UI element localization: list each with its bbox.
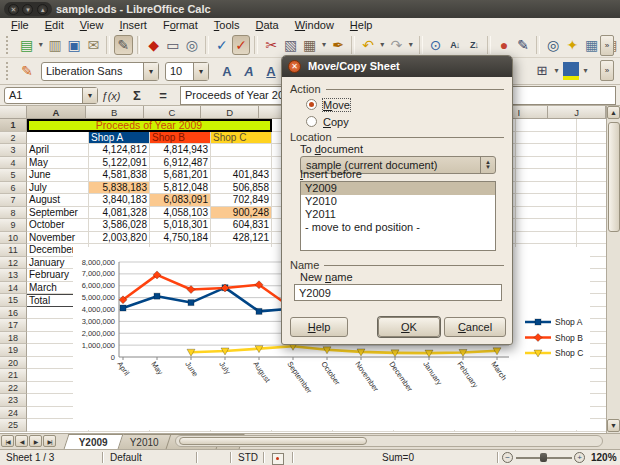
cell[interactable]: 3,586,028	[89, 219, 150, 232]
cell[interactable]: 5,018,301	[150, 219, 211, 232]
row-header-23[interactable]: 23	[0, 394, 27, 407]
edit-file-icon[interactable]: ✎	[114, 35, 132, 55]
font-size-combobox[interactable]: 10 ▾	[165, 62, 209, 81]
gallery-icon[interactable]: ▦	[582, 35, 600, 55]
row-header-18[interactable]: 18	[0, 332, 27, 345]
cell[interactable]	[516, 194, 577, 207]
cell[interactable]	[516, 232, 577, 245]
save-icon[interactable]: ▣	[65, 35, 83, 55]
menu-tools[interactable]: Tools	[207, 18, 247, 33]
page-preview-icon[interactable]: ◎	[183, 35, 201, 55]
cell[interactable]: 900,248	[211, 207, 272, 220]
cut-icon[interactable]: ✂	[262, 35, 280, 55]
horizontal-scroll-thumb[interactable]	[179, 437, 367, 445]
listbox-item[interactable]: - move to end position -	[301, 221, 495, 234]
cell[interactable]: 5,681,201	[150, 169, 211, 182]
font-name-combobox[interactable]: Liberation Sans ▾	[41, 62, 159, 81]
borders-dropdown[interactable]: ▾	[552, 61, 561, 81]
toolbar-overflow-button[interactable]: »	[600, 60, 614, 81]
toolbar-grip[interactable]	[6, 62, 13, 80]
undo-dropdown[interactable]: ▾	[378, 35, 386, 55]
cell[interactable]	[516, 144, 577, 157]
spellcheck-icon[interactable]: ✓	[213, 35, 231, 55]
cell[interactable]: 4,081,328	[89, 207, 150, 220]
row-header-1[interactable]: 1	[0, 119, 27, 132]
cell-row-label[interactable]: November	[27, 232, 89, 245]
cell[interactable]	[211, 157, 272, 170]
cell[interactable]	[211, 144, 272, 157]
menu-window[interactable]: Window	[288, 18, 341, 33]
print-icon[interactable]: ▭	[164, 35, 182, 55]
cell[interactable]: 6,083,091	[150, 194, 211, 207]
first-sheet-button[interactable]: |◀	[1, 435, 14, 447]
name-box-dropdown-icon[interactable]: ▾	[82, 88, 97, 103]
row-header-11[interactable]: 11	[0, 244, 27, 257]
italic-button[interactable]: A	[239, 61, 259, 81]
name-box[interactable]: A1 ▾	[4, 87, 98, 104]
menu-file[interactable]: File	[4, 18, 36, 33]
cell-shop-header[interactable]: Shop B	[150, 132, 211, 145]
cell[interactable]	[577, 144, 606, 157]
page-style-status[interactable]: Default	[110, 451, 142, 465]
row-header-22[interactable]: 22	[0, 382, 27, 395]
cell-row-label[interactable]: September	[27, 207, 89, 220]
cell-row-label[interactable]: October	[27, 219, 89, 232]
cell[interactable]: 401,843	[211, 169, 272, 182]
paste-dropdown[interactable]: ▾	[320, 35, 328, 55]
sheet-tab-y2009[interactable]: Y2009	[64, 434, 124, 449]
cell[interactable]: 5,838,183	[89, 182, 150, 195]
undo-icon[interactable]: ↶	[359, 35, 377, 55]
row-header-13[interactable]: 13	[0, 269, 27, 282]
menu-format[interactable]: Format	[156, 18, 205, 33]
background-color-dropdown[interactable]: ▾	[581, 61, 590, 81]
sum-icon[interactable]: Σ	[125, 87, 149, 104]
cell-row-label[interactable]: August	[27, 194, 89, 207]
cell[interactable]	[516, 169, 577, 182]
export-pdf-icon[interactable]: ◆	[144, 35, 162, 55]
cell[interactable]: 604,831	[211, 219, 272, 232]
row-header-15[interactable]: 15	[0, 294, 27, 307]
cell[interactable]: 2,003,820	[89, 232, 150, 245]
menu-help[interactable]: Help	[343, 18, 380, 33]
cell[interactable]: 5,812,048	[150, 182, 211, 195]
font-name-dropdown-icon[interactable]: ▾	[143, 63, 158, 80]
cell[interactable]: 506,858	[211, 182, 272, 195]
row-header-5[interactable]: 5	[0, 169, 27, 182]
scroll-up-button[interactable]: ▲	[607, 106, 620, 119]
cell[interactable]	[577, 194, 606, 207]
row-header-6[interactable]: 6	[0, 182, 27, 195]
cell[interactable]: 4,814,943	[150, 144, 211, 157]
cell[interactable]	[577, 182, 606, 195]
cell-row-label[interactable]: July	[27, 182, 89, 195]
zoom-in-button[interactable]: +	[574, 452, 585, 463]
column-header-D[interactable]: D	[201, 106, 259, 119]
cell[interactable]	[516, 182, 577, 195]
row-header-17[interactable]: 17	[0, 319, 27, 332]
hyperlink-icon[interactable]: ⊙	[427, 35, 445, 55]
zoom-slider-handle[interactable]	[540, 453, 547, 462]
styles-icon[interactable]: ✎	[17, 61, 37, 81]
cell[interactable]	[27, 132, 89, 145]
cancel-button[interactable]: Cancel	[444, 317, 506, 337]
window-close-button[interactable]: ✕	[8, 4, 19, 15]
cell-shop-header[interactable]: Shop C	[211, 132, 272, 145]
dropdown-spin-icon[interactable]: ▲▼	[480, 157, 495, 173]
cell[interactable]	[577, 169, 606, 182]
email-icon[interactable]: ✉	[84, 35, 102, 55]
function-wizard-icon[interactable]: ƒ(x)	[99, 87, 123, 104]
dialog-close-button[interactable]: ✕	[288, 60, 301, 73]
row-header-25[interactable]: 25	[0, 419, 27, 432]
move-radio[interactable]: Move	[306, 98, 350, 111]
vertical-scroll-thumb[interactable]	[608, 122, 620, 232]
formula-icon[interactable]: =	[151, 87, 175, 104]
cell-title-merged[interactable]: Proceeds of Year 2009	[27, 119, 272, 132]
cell[interactable]: 6,912,487	[150, 157, 211, 170]
menu-edit[interactable]: Edit	[38, 18, 71, 33]
font-size-dropdown-icon[interactable]: ▾	[193, 63, 208, 80]
row-header-2[interactable]: 2	[0, 132, 27, 145]
row-header-21[interactable]: 21	[0, 369, 27, 382]
ok-button[interactable]: OK	[378, 317, 440, 337]
insert-chart-icon[interactable]: ●	[495, 35, 513, 55]
navigator-icon[interactable]: ✦	[563, 35, 581, 55]
next-sheet-button[interactable]: ▶	[29, 435, 42, 447]
